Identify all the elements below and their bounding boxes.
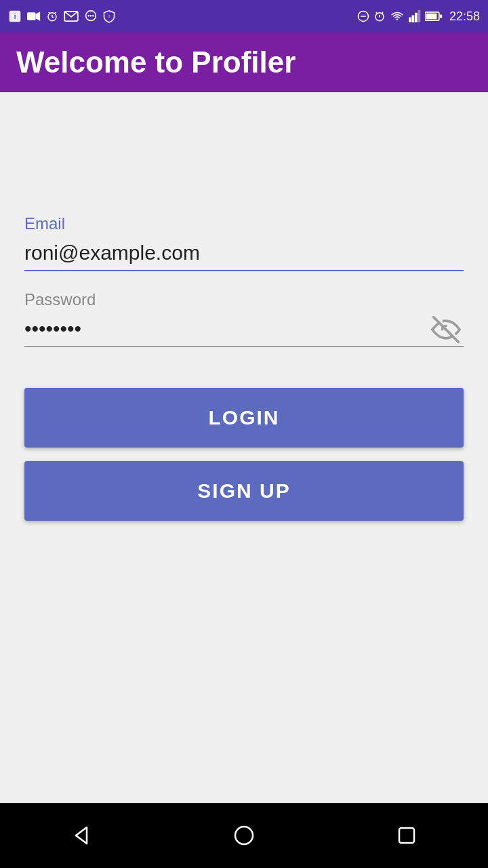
battery-icon [425, 12, 443, 21]
app-header: Welcome to Profiler [0, 33, 488, 92]
svg-rect-21 [409, 18, 411, 23]
main-content: Email Password LOGIN SIGN UP [0, 92, 488, 803]
svg-point-12 [90, 15, 92, 16]
signal-icon [409, 10, 421, 22]
recents-button[interactable] [386, 815, 427, 856]
toggle-password-icon[interactable] [431, 315, 461, 344]
svg-rect-27 [440, 14, 442, 18]
svg-marker-3 [36, 12, 41, 20]
svg-marker-28 [76, 827, 87, 844]
svg-rect-24 [418, 10, 420, 22]
password-form-group: Password [24, 290, 464, 347]
email-input[interactable] [24, 236, 464, 271]
svg-rect-30 [399, 828, 414, 843]
svg-point-13 [92, 15, 94, 16]
minus-circle-icon [357, 10, 369, 22]
email-form-group: Email [24, 214, 464, 271]
signup-button[interactable]: SIGN UP [24, 461, 464, 521]
login-button[interactable]: LOGIN [24, 388, 464, 448]
alarm-icon [46, 10, 58, 22]
svg-rect-22 [411, 16, 414, 23]
svg-rect-23 [415, 13, 418, 22]
alarm2-icon [373, 10, 386, 22]
shield-icon: ! [103, 9, 115, 23]
nav-bar [0, 803, 488, 868]
svg-text:i: i [14, 12, 16, 20]
back-button[interactable] [61, 815, 102, 856]
wifi-icon [390, 11, 405, 22]
svg-line-20 [382, 12, 383, 14]
status-bar-left: i ! [8, 9, 115, 23]
home-button[interactable] [224, 815, 264, 856]
status-bar-right: 22:58 [357, 9, 480, 24]
svg-line-7 [49, 12, 50, 14]
password-input[interactable] [24, 312, 464, 347]
time-display: 22:58 [449, 9, 480, 24]
status-bar: i ! [0, 0, 488, 33]
app-title: Welcome to Profiler [16, 45, 296, 79]
video-icon [27, 11, 41, 22]
svg-rect-26 [426, 14, 437, 20]
info-icon: i [8, 9, 22, 23]
mail-icon [64, 11, 79, 22]
password-wrapper [24, 312, 464, 347]
svg-point-11 [88, 15, 89, 16]
email-label: Email [24, 214, 464, 233]
svg-text:!: ! [108, 14, 110, 20]
svg-line-19 [376, 12, 378, 14]
password-label: Password [24, 290, 464, 309]
message-icon [84, 10, 98, 22]
svg-line-8 [54, 12, 56, 14]
svg-point-29 [235, 827, 253, 844]
svg-rect-2 [27, 12, 36, 20]
